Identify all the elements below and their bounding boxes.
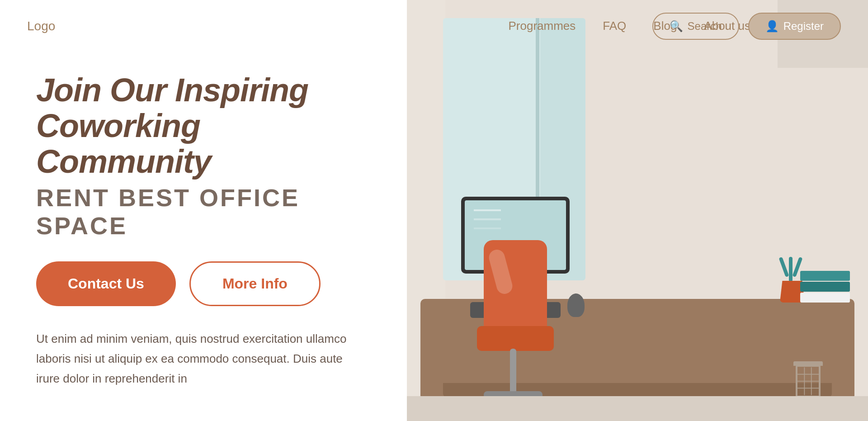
trash-can (793, 361, 823, 397)
books (800, 271, 850, 303)
search-button[interactable]: 🔍 Search (652, 13, 739, 40)
hero-title-line2: Coworking Community (36, 108, 380, 180)
search-icon: 🔍 (670, 20, 683, 33)
hero-title-line1: Join Our Inspiring (36, 72, 380, 108)
mouse (567, 293, 585, 317)
chair-seat (477, 326, 554, 351)
book-2 (800, 282, 850, 292)
chair-back (484, 240, 547, 331)
left-panel: Join Our Inspiring Coworking Community R… (0, 0, 407, 421)
nav-link-faq[interactable]: FAQ (603, 19, 626, 33)
nav-link-programmes[interactable]: Programmes (508, 19, 576, 33)
trash-body (796, 365, 821, 397)
right-panel (407, 0, 868, 421)
page-wrapper: Join Our Inspiring Coworking Community R… (0, 0, 868, 421)
hero-buttons: Contact Us More Info (36, 261, 380, 306)
book-3 (800, 293, 850, 303)
floor-accent (407, 396, 868, 421)
navbar: Logo Programmes FAQ Blog About us 🔍 Sear… (0, 0, 868, 52)
book-1 (800, 271, 850, 281)
nav-logo: Logo (27, 19, 55, 33)
register-button[interactable]: 👤 Register (748, 13, 841, 40)
search-label: Search (688, 20, 722, 33)
register-label: Register (783, 20, 824, 33)
chair-highlight (487, 248, 514, 296)
contact-us-button[interactable]: Contact Us (36, 261, 176, 306)
trash-grid-svg (797, 367, 819, 396)
plant-stem1 (789, 257, 793, 282)
illustration (407, 0, 868, 421)
chair-pole (510, 349, 516, 394)
hero-subtitle: RENT BEST OFFICE SPACE (36, 184, 380, 240)
plant-stem2 (779, 257, 789, 277)
hero-content: Join Our Inspiring Coworking Community R… (0, 0, 407, 388)
nav-actions: 🔍 Search 👤 Register (652, 13, 841, 40)
user-icon: 👤 (765, 20, 779, 33)
hero-description: Ut enim ad minim veniam, quis nostrud ex… (36, 329, 353, 389)
more-info-button[interactable]: More Info (189, 261, 321, 306)
